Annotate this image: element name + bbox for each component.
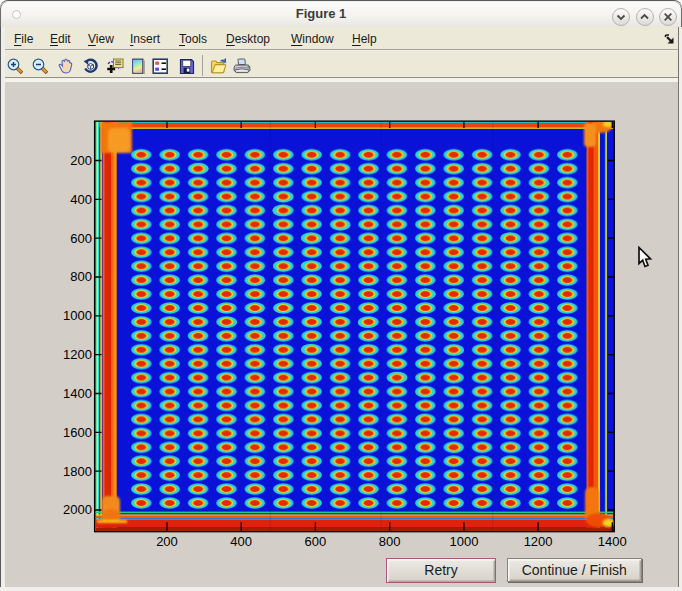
svg-text:1400: 1400 — [598, 534, 627, 549]
svg-text:1400: 1400 — [63, 386, 92, 401]
svg-text:1000: 1000 — [63, 308, 92, 323]
svg-text:1200: 1200 — [524, 534, 553, 549]
svg-text:200: 200 — [156, 534, 178, 549]
svg-text:600: 600 — [70, 231, 92, 246]
svg-text:800: 800 — [70, 269, 92, 284]
svg-text:400: 400 — [70, 192, 92, 207]
svg-text:2000: 2000 — [63, 502, 92, 517]
svg-text:1800: 1800 — [63, 464, 92, 479]
svg-text:1000: 1000 — [449, 534, 478, 549]
svg-text:200: 200 — [70, 153, 92, 168]
svg-text:1600: 1600 — [63, 425, 92, 440]
svg-text:1200: 1200 — [63, 347, 92, 362]
svg-text:600: 600 — [305, 534, 327, 549]
svg-text:400: 400 — [230, 534, 252, 549]
svg-text:800: 800 — [379, 534, 401, 549]
